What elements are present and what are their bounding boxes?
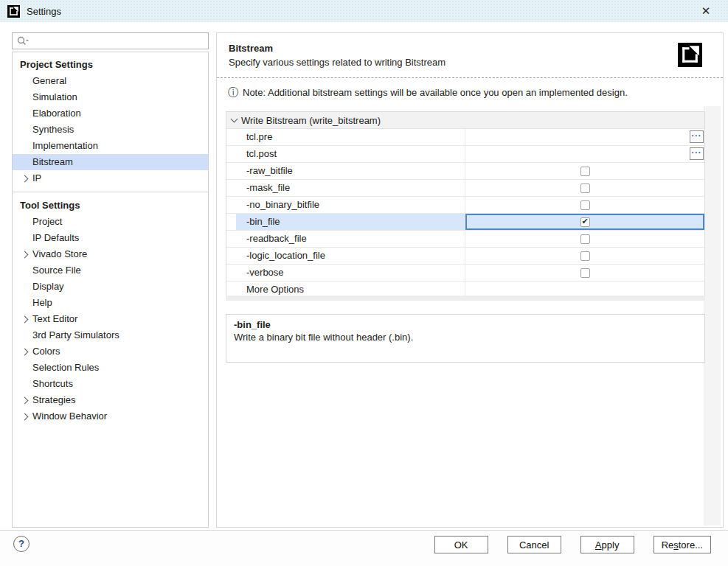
sidebar-item-project[interactable]: Project: [13, 214, 208, 230]
note-text: Note: Additional bitstream settings will…: [243, 87, 628, 98]
chevron-right-icon: [21, 251, 29, 259]
sidebar-item-label: IP Defaults: [32, 232, 79, 243]
xilinx-logo-icon: [678, 43, 702, 67]
dialog-footer: ? OKCancelApplyRestore...: [0, 530, 728, 566]
search-icon: [16, 35, 29, 47]
close-icon[interactable]: ✕: [697, 2, 715, 20]
title-bar: Settings ✕: [0, 0, 728, 22]
sidebar-item-colors[interactable]: Colors: [13, 343, 208, 360]
option-value-cell[interactable]: [465, 180, 704, 196]
footer-buttons: OKCancelApplyRestore...: [434, 536, 711, 553]
tree-section-project-settings: Project Settings: [13, 57, 208, 73]
option-value-cell[interactable]: [465, 231, 704, 247]
table-section-header[interactable]: Write Bitstream (write_bitstream): [226, 112, 704, 129]
sidebar-item-label: Text Editor: [32, 313, 77, 324]
tree-section-tool-settings: Tool Settings: [13, 198, 208, 214]
restore-button[interactable]: Restore...: [654, 536, 711, 553]
sidebar-item-general[interactable]: General: [13, 73, 208, 89]
sidebar-item-label: IP: [32, 172, 41, 184]
option-value-cell[interactable]: [465, 197, 704, 213]
sidebar-item-label: Selection Rules: [32, 362, 99, 373]
sidebar-item-ip-defaults[interactable]: IP Defaults: [13, 230, 208, 246]
sidebar-item-implementation[interactable]: Implementation: [13, 138, 208, 154]
sidebar-item-label: 3rd Party Simulators: [32, 329, 119, 340]
browse-ellipsis-button[interactable]: ···: [690, 130, 704, 143]
ok-button[interactable]: OK: [434, 536, 488, 553]
sidebar-item-label: Vivado Store: [32, 248, 87, 259]
note-banner: ⓘ Note: Additional bitstream settings wi…: [228, 84, 693, 100]
vertical-scrollbar[interactable]: [704, 106, 721, 525]
chevron-down-icon: [231, 116, 238, 123]
sidebar-item-selection-rules[interactable]: Selection Rules: [13, 360, 208, 376]
sidebar-item-label: Window Behavior: [32, 410, 107, 422]
option-row-mask-file[interactable]: -mask_file: [226, 180, 704, 197]
search-input[interactable]: [29, 34, 204, 49]
description-text: Write a binary bit file without header (…: [234, 332, 697, 343]
sidebar-item-3rd-party-simulators[interactable]: 3rd Party Simulators: [13, 327, 208, 343]
option-value-cell[interactable]: ···: [465, 146, 704, 162]
sidebar-item-vivado-store[interactable]: Vivado Store: [13, 246, 208, 262]
checkbox[interactable]: [580, 251, 590, 261]
sidebar-item-display[interactable]: Display: [13, 279, 208, 295]
sidebar-item-label: Colors: [32, 346, 60, 357]
chevron-right-icon: [21, 316, 29, 324]
option-name: tcl.post: [226, 146, 465, 162]
option-value-cell[interactable]: [465, 248, 704, 264]
option-name: -bin_file: [226, 214, 465, 230]
sidebar-item-simulation[interactable]: Simulation: [13, 89, 208, 105]
options-table: Write Bitstream (write_bitstream) tcl.pr…: [226, 111, 705, 298]
checkbox[interactable]: [580, 268, 590, 278]
option-value-cell[interactable]: [465, 265, 704, 281]
apply-button[interactable]: Apply: [580, 536, 634, 553]
sidebar-item-label: Display: [32, 281, 64, 292]
sidebar-item-label: Source File: [32, 265, 81, 276]
option-value-cell[interactable]: ···: [465, 129, 704, 145]
cancel-button[interactable]: Cancel: [507, 536, 561, 553]
checkbox-checked[interactable]: ✔: [580, 217, 590, 227]
sidebar-item-synthesis[interactable]: Synthesis: [13, 122, 208, 138]
sidebar-item-source-file[interactable]: Source File: [13, 262, 208, 279]
option-name: -logic_location_file: [226, 248, 465, 264]
option-name: tcl.pre: [226, 129, 465, 145]
sidebar-item-label: Synthesis: [32, 124, 74, 135]
checkbox[interactable]: [580, 200, 590, 210]
option-row-bin-file[interactable]: -bin_file✔: [226, 214, 704, 231]
sidebar-item-elaboration[interactable]: Elaboration: [13, 105, 208, 122]
sidebar-item-bitstream[interactable]: Bitstream: [13, 154, 208, 170]
option-name: -raw_bitfile: [226, 163, 465, 179]
option-name: -verbose: [226, 265, 465, 281]
sidebar-item-window-behavior[interactable]: Window Behavior: [13, 408, 208, 424]
option-row-tcl-pre[interactable]: tcl.pre···: [226, 129, 704, 146]
option-row-no-binary-bitfile[interactable]: -no_binary_bitfile: [226, 197, 704, 214]
option-row-raw-bitfile[interactable]: -raw_bitfile: [226, 163, 704, 180]
sidebar-item-help[interactable]: Help: [13, 295, 208, 311]
browse-ellipsis-button[interactable]: ···: [690, 147, 704, 160]
option-description-box: -bin_file Write a binary bit file withou…: [226, 314, 705, 363]
help-button[interactable]: ?: [13, 536, 30, 552]
option-row-logic-location-file[interactable]: -logic_location_file: [226, 248, 704, 265]
option-value-cell[interactable]: [465, 163, 704, 179]
option-name: -readback_file: [226, 231, 465, 247]
window-title: Settings: [27, 6, 61, 17]
checkbox[interactable]: [580, 184, 590, 193]
description-title: -bin_file: [234, 319, 697, 330]
xilinx-logo-icon: [7, 5, 20, 18]
sidebar-item-ip[interactable]: IP: [13, 170, 208, 186]
sidebar-item-label: Implementation: [32, 140, 98, 151]
sidebar-item-shortcuts[interactable]: Shortcuts: [13, 376, 208, 392]
sidebar-item-label: Project: [32, 216, 62, 227]
option-row-readback-file[interactable]: -readback_file: [226, 231, 704, 248]
chevron-right-icon: [21, 349, 29, 356]
sidebar-item-label: Shortcuts: [32, 378, 73, 389]
option-row-tcl-post[interactable]: tcl.post···: [226, 146, 704, 163]
option-row-verbose[interactable]: -verbose: [226, 265, 704, 282]
checkbox[interactable]: [580, 167, 590, 176]
horizontal-scrollbar[interactable]: [226, 296, 705, 301]
sidebar-item-strategies[interactable]: Strategies: [13, 392, 208, 408]
checkbox[interactable]: [580, 234, 590, 244]
sidebar-item-text-editor[interactable]: Text Editor: [13, 311, 208, 327]
sidebar-item-label: Bitstream: [32, 156, 73, 167]
settings-search-box[interactable]: [12, 32, 209, 49]
option-value-cell[interactable]: ✔: [465, 214, 704, 230]
check-icon: ✔: [581, 217, 588, 226]
